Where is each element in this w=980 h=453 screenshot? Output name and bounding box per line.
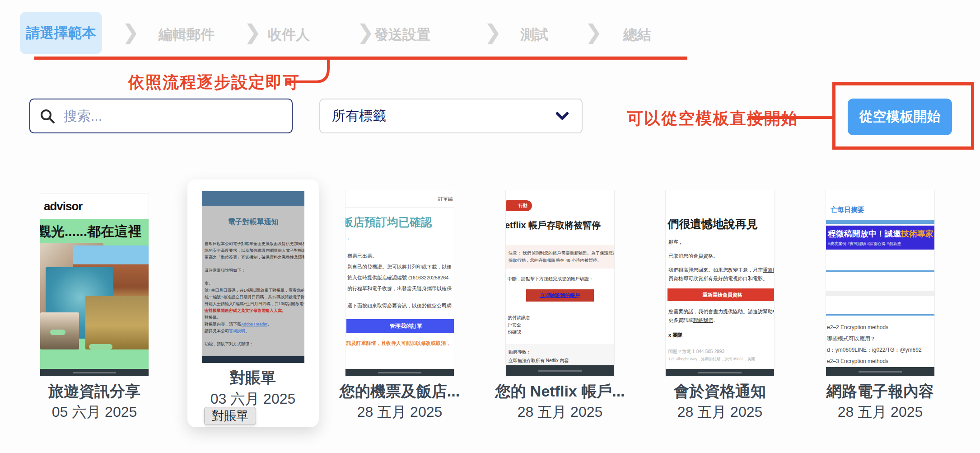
thumb-line: 自即日起本公司電子對帳單全面更換版面及提供更加簡易的 [205,241,304,247]
template-title[interactable]: 會於資格通知 [643,381,797,402]
thumb-line: 已取消您的會員資格。 [668,253,774,260]
photo-collage [40,241,149,349]
step-recipients[interactable]: 收件人 [268,25,310,44]
thumb-line: 您需要的話，我們會盡力提供協助。請造訪幫助中 更多資訊或聯絡我們。 [668,307,774,325]
chevron-right-icon: ❯ [585,20,602,44]
thumb-line: 採取行動，您的存取權限將在 48 小時內被暫停。 [509,257,612,264]
thumb-line: 戶安全 [508,321,614,329]
step-send-settings[interactable]: 發送設置 [374,25,430,44]
thumb-order-number: 訂單編 [345,196,453,203]
thumb-line: 立即無法存取所有 Netflix 內容 [509,356,612,365]
thumb-footer-bar [345,369,454,376]
daily-digest-link: 亡每日摘要 [831,206,934,214]
thumb-line: 中斷，請點擊下方按鈕完成您的帳戶驗證： [506,276,614,282]
thumb-line: 我們很高興您回來。如果您改變主意，只需重新開 員資格即可欣賞所有最好的電視節目和… [668,266,774,283]
thumb-address: 121 Albright Way，洛斯加托斯，加州 95032，美國 [668,357,774,362]
call-for-papers-banner: 程徵稿開放中！誠邀技術專家 #成功案例 #實戰經驗 #踩雷心得 #創新應 [826,226,934,250]
thumb-line: 注意： 我們偵測到您的帳戶需要重新驗證。為了保護您的帳戶安 [509,250,612,257]
thumb-notice-line: 訊及訂單詳情，且收件人可能加以修改或取消， [345,340,454,347]
thumb-line: 及注意事項說明如下： [205,267,304,274]
search-box [29,99,293,133]
chevron-right-icon: ❯ [484,20,502,44]
template-tooltip: 對賬單 [204,407,256,425]
thumb-line: 更高之「數位簽署」寄送機制，確保資料之完整性及隱私性 [205,254,304,261]
thumb-line: 案。 [205,280,304,287]
template-title[interactable]: 對賬單 [176,368,330,388]
thumb-heading: etflix 帳戶存取將被暫停 [505,219,614,231]
template-title[interactable]: 旅遊資訊分享 [18,381,171,402]
thumb-line: 動將導致： [509,348,612,356]
template-thumbnail-booking[interactable]: 訂單編 飯店預訂均已確認 , 機票已出票。 到自己的登機證。您可以將其列印或下載… [345,190,454,377]
thumb-line: 份確認 [508,329,614,336]
template-picker-page: 請選擇範本 ❯ 編輯郵件 ❯ 收件人 ❯ 發送設置 ❯ 測試 ❯ 總結 依照流程… [0,0,980,453]
action-badge: 行動 [505,200,532,211]
thumb-line: 的行程單和電子收據，出發當天隨身攜帶以確保 [347,283,454,294]
thumb-line: 統一編號+核准設立日期月日四碼，共12碼以開啟電子對帳 [205,294,304,301]
restart-membership-button: 重新開始會員資格 [667,288,775,301]
template-date: 28 五月 2025 [643,402,797,422]
template-thumbnail-membership[interactable]: 們很遺憾地說再見 顧客 , 已取消您的會員資格。 我們很高興您回來。如果您改變主… [665,190,775,377]
divider [826,314,934,316]
thumb-phone: 問題？致電 1-844-505-2993 [668,349,774,355]
thumb-line: 對帳單內容，請下載Adobe Reader。 [205,321,304,328]
thumb-line: 對帳單。 [205,314,304,321]
chevron-down-icon [555,111,570,122]
template-date: 03 六月 2025 [176,389,330,409]
template-thumbnail-travel[interactable]: advisor 觀光......都在這裡 旅程更精彩，而且我們有數以千計 旅程更… [40,193,149,377]
thumb-line: 訊的安全高度要求，以及加強維護您瀏覽個人電子對帳單資 [205,247,304,254]
divider [345,207,454,208]
verify-account-button: 立即驗證我的帳戶 [526,289,594,302]
annotation-pointer-line [748,116,834,119]
search-input[interactable] [64,109,283,124]
thumb-line: 選下面按鈕來取得必要資訊，以便於航空公司網 [347,300,454,311]
template-date: 28 五月 2025 [323,402,476,422]
thumb-line: 號+生日月日四碼，共14碼以開啟電子對帳單，查看您的 [205,287,304,294]
thumb-footer-bar [826,367,934,376]
photo-tag-pill [50,330,65,335]
thumb-line: 功能，請以下列方式辦理： [205,341,304,348]
photo-lion [85,296,149,349]
adobe-reader-link: Adobe Reader [241,322,267,326]
thumb-heading: 飯店預訂均已確認 [345,215,454,230]
thumb-footer-bar [666,369,774,376]
thumb-line: 請詳見本公司官網說明。 [205,328,304,335]
start-blank-template-button[interactable]: 從空模板開始 [848,99,952,135]
template-thumbnail-statement[interactable]: 電子對帳單通知 自即日起本公司電子對帳單全面更換版面及提供更加簡易的 訊的安全高… [202,191,304,363]
chevron-right-icon: ❯ [122,20,140,44]
thumb-line: 到自己的登機證。您可以將其列印或下載，以便 [347,261,454,272]
step-select-template[interactable]: 請選擇範本 [20,12,102,54]
thumb-signature: x 團隊 [668,332,774,339]
thumb-footer-bar [506,365,614,376]
thumb-line: 的付款訊息 [508,314,614,321]
thumb-line: e2–2 Encryption methods [827,322,934,333]
thumb-warning-line: 密對帳單開啟密碼之英文字母皆需輸入大寫。 [205,307,304,314]
chevron-right-icon: ❯ [244,20,261,44]
thumb-footer-bar [202,356,304,363]
divider-bar [826,220,934,224]
template-title[interactable]: 您的機票及飯店... [323,381,476,402]
template-thumbnail-newsletter[interactable]: 亡每日摘要 程徵稿開放中！誠邀技術專家 #成功案例 #實戰經驗 #踩雷心得 #創… [826,190,935,377]
photo-tag-pill [89,344,112,349]
divider [826,270,934,272]
hashtags: #成功案例 #實戰經驗 #踩雷心得 #創新應 [828,241,934,247]
annotation-underline [34,57,687,60]
step-summary[interactable]: 總結 [623,25,651,44]
divider [826,291,934,296]
template-title[interactable]: 網路電子報內容 [803,381,957,402]
template-title[interactable]: 您的 Netflix 帳戶... [483,381,637,402]
step-test[interactable]: 測試 [520,25,548,44]
chevron-right-icon: ❯ [357,20,374,44]
tag-filter-dropdown[interactable]: 所有標籤 [319,99,583,133]
annotation-flow-hint: 依照流程逐步設定即可 [128,71,300,94]
thumb-line: 機票已出票。 [347,250,454,261]
thumb-footer-bar [40,369,149,376]
thumb-heading: 觀光......都在這裡 [40,222,149,241]
template-thumbnail-netflix-suspend[interactable]: 行動 etflix 帳戶存取將被暫停 注意： 我們偵測到您的帳戶需要重新驗證。為… [505,190,615,377]
tag-filter-value: 所有標籤 [332,107,386,125]
template-date: 28 五月 2025 [803,402,957,422]
tripadvisor-logo: advisor [40,193,149,219]
step-edit-email[interactable]: 編輯郵件 [159,25,215,44]
search-icon [39,108,56,124]
template-date: 05 六月 2025 [18,402,171,422]
thumb-heading: 們很遺憾地說再見 [667,217,774,231]
